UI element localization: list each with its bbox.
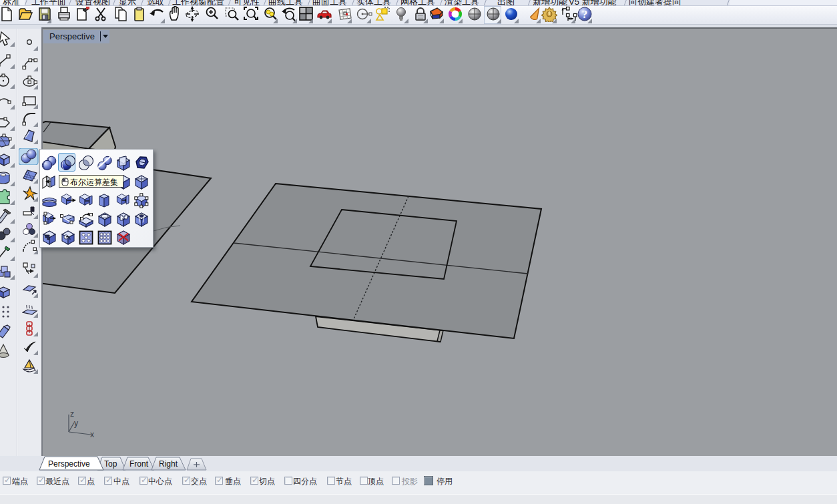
svg-text:Top: Top xyxy=(104,459,117,469)
svg-text:显示: 显示 xyxy=(119,0,136,6)
svg-text:新增功能: 新增功能 xyxy=(533,0,567,6)
svg-text:可见性: 可见性 xyxy=(234,0,260,6)
svg-text:x: x xyxy=(90,430,94,439)
svg-text:?: ? xyxy=(582,8,588,21)
svg-text:实体工具: 实体工具 xyxy=(356,0,391,6)
svg-text:向创建者提问: 向创建者提问 xyxy=(629,0,681,6)
svg-text:Perspective: Perspective xyxy=(48,459,90,469)
svg-text:设置视图: 设置视图 xyxy=(75,0,110,6)
svg-text:工作平面: 工作平面 xyxy=(31,0,66,6)
svg-text:工作视窗配置: 工作视窗配置 xyxy=(172,0,224,6)
svg-text:选取: 选取 xyxy=(147,0,164,6)
svg-text:网格工具: 网格工具 xyxy=(400,0,435,6)
svg-text:V5 新增功能: V5 新增功能 xyxy=(569,0,617,6)
svg-text:y: y xyxy=(74,419,78,428)
svg-text:曲面工具: 曲面工具 xyxy=(312,0,347,6)
svg-text:Right: Right xyxy=(159,459,178,469)
svg-text:Front: Front xyxy=(129,459,149,469)
svg-text:出图: 出图 xyxy=(497,0,515,6)
svg-text:标准: 标准 xyxy=(3,0,20,6)
svg-text:z: z xyxy=(70,409,74,419)
svg-text:曲线工具: 曲线工具 xyxy=(268,0,303,6)
svg-text:渲染工具: 渲染工具 xyxy=(444,0,479,6)
